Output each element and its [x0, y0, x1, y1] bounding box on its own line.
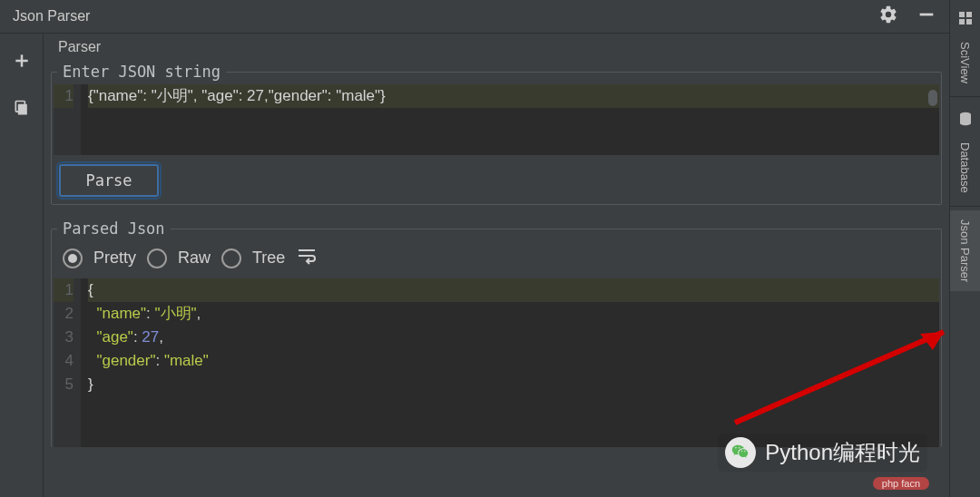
svg-rect-7 [966, 12, 972, 17]
svg-rect-3 [17, 104, 26, 115]
radio-pretty-label[interactable]: Pretty [93, 248, 136, 268]
code-line: "gender": "male" [88, 349, 939, 373]
output-legend: Parsed Json [57, 219, 171, 238]
radio-raw-label[interactable]: Raw [178, 248, 211, 268]
sidebar-tab-json-parser[interactable]: Json Parser [950, 210, 980, 291]
json-output-editor[interactable]: 12345 { "name": "小明", "age": 27, "gender… [54, 278, 939, 447]
divider [950, 96, 980, 97]
line-number: 4 [54, 349, 74, 373]
sidebar-tab-database[interactable]: Database [950, 101, 980, 202]
code-line: { [88, 278, 939, 302]
code-line: } [88, 373, 939, 396]
radio-pretty[interactable] [63, 248, 83, 268]
code-line: "age": 27, [88, 326, 939, 349]
svg-rect-9 [966, 19, 972, 24]
title-bar: Json Parser [0, 0, 949, 33]
output-panel: Parsed Json Pretty Raw Tree 12345 [51, 219, 942, 447]
wrap-icon[interactable] [296, 247, 318, 269]
sidebar-label-json-parser: Json Parser [958, 214, 972, 287]
line-number: 5 [54, 373, 74, 396]
radio-raw[interactable] [147, 248, 167, 268]
add-icon[interactable] [13, 52, 31, 73]
copy-icon[interactable] [13, 99, 31, 121]
panel-tab-parser[interactable]: Parser [51, 34, 942, 61]
wechat-icon [725, 437, 756, 468]
window-title: Json Parser [13, 8, 90, 24]
watermark-text: Python编程时光 [765, 438, 920, 467]
right-sidebar: SciView Database Json Parser [949, 0, 980, 497]
parse-button[interactable]: Parse [59, 164, 159, 197]
db-icon [958, 104, 973, 137]
line-number: 1 [54, 278, 74, 302]
left-gutter [0, 34, 44, 497]
scrollbar-thumb[interactable] [928, 90, 937, 106]
sidebar-tab-sciview[interactable]: SciView [950, 0, 980, 93]
gear-icon[interactable] [878, 5, 898, 28]
grid-icon [958, 4, 973, 36]
line-number: 3 [54, 326, 74, 349]
watermark-php: php facn [873, 477, 929, 490]
radio-tree[interactable] [221, 248, 241, 268]
svg-rect-6 [959, 12, 965, 17]
input-panel: Enter JSON string 1 {"name": "小明", "age"… [51, 63, 942, 205]
minimize-icon[interactable] [916, 5, 936, 28]
watermark-wechat: Python编程时光 [718, 434, 927, 472]
radio-tree-label[interactable]: Tree [252, 248, 285, 268]
divider [950, 206, 980, 207]
line-number: 1 [54, 84, 74, 108]
sidebar-label-sciview: SciView [958, 36, 972, 89]
input-legend: Enter JSON string [57, 63, 226, 81]
code-line: "name": "小明", [88, 302, 939, 326]
svg-rect-8 [959, 19, 965, 24]
json-input-line[interactable]: {"name": "小明", "age": 27,"gender": "male… [88, 84, 939, 108]
line-number: 2 [54, 302, 74, 326]
view-mode-row: Pretty Raw Tree [54, 241, 939, 278]
json-input-editor[interactable]: 1 {"name": "小明", "age": 27,"gender": "ma… [54, 84, 939, 155]
sidebar-label-database: Database [958, 137, 972, 199]
